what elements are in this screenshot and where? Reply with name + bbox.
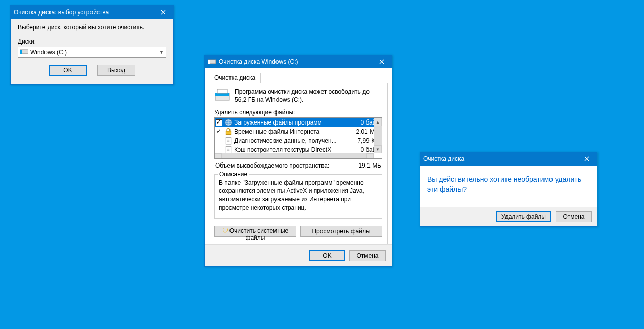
list-item[interactable]: Загруженные файлы программ0 байт	[215, 118, 382, 127]
delete-files-button[interactable]: Удалить файлы	[496, 211, 551, 222]
confirm-dialog: Очистка диска Вы действительно хотите не…	[420, 152, 597, 227]
dialog-footer: Удалить файлы Отмена	[420, 207, 597, 226]
svg-rect-8	[226, 131, 231, 135]
checkbox[interactable]	[216, 147, 222, 153]
drive-dropdown[interactable]: Windows (C:) ▼	[18, 47, 166, 58]
close-button[interactable]	[153, 6, 173, 19]
svg-rect-5	[215, 93, 229, 96]
lock-icon	[224, 128, 233, 135]
chevron-down-icon: ▼	[159, 50, 164, 55]
shield-icon: 🛡	[222, 227, 228, 234]
scroll-up-arrow[interactable]: ▲	[374, 118, 382, 126]
svg-rect-10	[226, 146, 231, 153]
page-icon	[224, 137, 233, 144]
checkbox[interactable]	[216, 138, 222, 144]
close-icon	[584, 156, 589, 161]
close-button[interactable]	[372, 55, 392, 68]
close-icon	[379, 59, 384, 64]
list-label: Удалить следующие файлы:	[214, 109, 382, 116]
total-label: Объем высвобождаемого пространства:	[215, 162, 329, 169]
page-icon	[224, 146, 233, 153]
description-text: В папке "Загруженные файлы программ" вре…	[219, 179, 378, 214]
vertical-scrollbar[interactable]: ▲ ▼	[374, 118, 382, 153]
window-title: Очистка диска	[423, 155, 577, 162]
disk-cleanup-dialog: Очистка диска Windows (C:) Очистка диска…	[204, 55, 392, 267]
description-groupbox: Описание В папке "Загруженные файлы прог…	[214, 174, 382, 219]
scroll-right-arrow[interactable]	[366, 153, 374, 158]
view-files-button[interactable]: Просмотреть файлы	[300, 226, 382, 237]
dialog-body: Выберите диск, который вы хотите очистит…	[11, 19, 173, 84]
tab-strip: Очистка диска	[205, 68, 392, 83]
description-label: Описание	[218, 171, 249, 178]
titlebar[interactable]: Очистка диска Windows (C:)	[205, 55, 392, 68]
message-text: Вы действительно хотите необратимо удали…	[420, 166, 597, 207]
svg-rect-6	[217, 89, 227, 93]
dialog-footer: OK Отмена	[205, 244, 392, 266]
clean-system-files-button[interactable]: 🛡Очистить системные файлы	[214, 226, 296, 237]
cancel-button[interactable]: Отмена	[556, 211, 592, 222]
intro-text: Программа очистки диска может освободить…	[235, 88, 382, 104]
list-item[interactable]: Временные файлы Интернета2,01 МБ	[215, 127, 382, 136]
scroll-down-arrow[interactable]: ▼	[374, 145, 382, 153]
ok-button[interactable]: OK	[49, 65, 87, 76]
drive-icon	[20, 49, 28, 56]
list-item[interactable]: Диагностические данные, получен...7,99 К…	[215, 136, 382, 145]
drive-icon	[208, 58, 216, 66]
close-icon	[161, 10, 166, 15]
drive-select-dialog: Очистка диска: выбор устройства Выберите…	[10, 5, 174, 85]
item-name: Временные файлы Интернета	[234, 128, 350, 135]
horizontal-scrollbar[interactable]	[215, 153, 374, 158]
selected-drive: Windows (C:)	[30, 49, 159, 56]
close-button[interactable]	[577, 152, 597, 166]
file-listbox[interactable]: Загруженные файлы программ0 байтВременны…	[214, 117, 382, 159]
scroll-h-track[interactable]	[222, 153, 366, 158]
svg-rect-9	[226, 137, 231, 144]
titlebar[interactable]: Очистка диска	[420, 152, 597, 166]
item-name: Загруженные файлы программ	[234, 119, 350, 126]
item-name: Кэш построителя текстуры DirectX	[234, 146, 350, 153]
tab-cleanup[interactable]: Очистка диска	[209, 73, 261, 83]
instruction-text: Выберите диск, который вы хотите очистит…	[18, 24, 166, 31]
drives-label: Диски:	[18, 38, 166, 45]
window-title: Очистка диска Windows (C:)	[219, 58, 372, 65]
checkbox[interactable]	[216, 119, 222, 126]
tab-panel: Программа очистки диска может освободить…	[209, 83, 388, 244]
total-value: 19,1 МБ	[358, 162, 381, 169]
item-name: Диагностические данные, получен...	[234, 137, 350, 144]
svg-rect-3	[208, 60, 210, 64]
checkbox[interactable]	[216, 129, 222, 135]
ok-button[interactable]: OK	[309, 250, 345, 261]
globe-icon	[224, 119, 233, 126]
cancel-button[interactable]: Отмена	[349, 250, 386, 261]
cleanup-disk-icon	[214, 88, 231, 102]
window-title: Очистка диска: выбор устройства	[14, 9, 153, 16]
exit-button[interactable]: Выход	[97, 65, 135, 76]
svg-rect-1	[20, 50, 22, 54]
scroll-left-arrow[interactable]	[215, 153, 222, 158]
scroll-track[interactable]	[374, 126, 382, 145]
titlebar[interactable]: Очистка диска: выбор устройства	[11, 6, 173, 19]
